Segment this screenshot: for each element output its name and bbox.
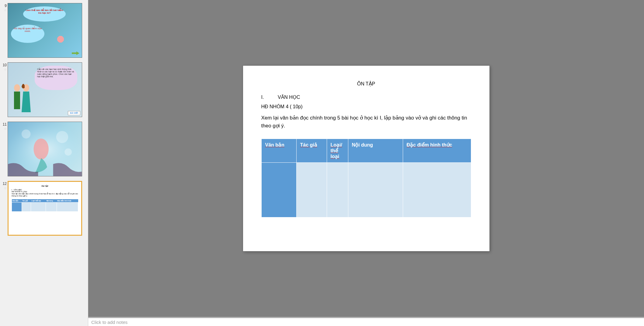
table-header-cell[interactable]: Loại/ thể loại	[327, 139, 348, 163]
speech-cloud: Làm thế nào để làm tốt bài kiểm tra học …	[23, 6, 66, 22]
svg-point-0	[14, 84, 20, 92]
table-cell[interactable]	[327, 163, 348, 217]
thumbnail-slide-10[interactable]: 10 ☆ Cảm ơn các bạn học sinh thông thái.…	[0, 61, 88, 119]
star-icon: ☆	[4, 127, 7, 130]
slide-number-label: 10 ☆	[2, 62, 8, 117]
svg-point-6	[64, 148, 72, 156]
star-icon: ☆	[4, 9, 7, 12]
speech-cloud: HS bày tỏ quan điểm của mình.	[11, 25, 44, 43]
main-editor-area: ÔN TẬP I. VĂN HỌC HĐ NHÓM 4 ( 10p) Xem l…	[88, 0, 644, 326]
table-header-row[interactable]: Văn bản Tác giả Loại/ thể loại Nội dung …	[261, 139, 471, 163]
svg-point-5	[56, 131, 68, 143]
table-header-cell[interactable]: Đặc điểm hình thức	[403, 139, 471, 163]
table-header-cell[interactable]: Nội dung	[348, 139, 403, 163]
slide-number-label: 9 ☆	[2, 3, 8, 58]
next-lesson-button: BÀI MỚI	[68, 111, 80, 115]
thumbnails-panel[interactable]: 9 ☆ Làm thế nào để làm tốt bài kiểm tra …	[0, 0, 88, 326]
svg-point-4	[22, 130, 31, 139]
mini-slide-title: ÔN TẬP	[12, 185, 78, 187]
mermaid-image	[48, 27, 73, 51]
speech-cloud: Cảm ơn các bạn học sinh thông thái. Nhờ …	[35, 66, 77, 90]
table-cell[interactable]	[348, 163, 403, 217]
slide-canvas[interactable]: ÔN TẬP I. VĂN HỌC HĐ NHÓM 4 ( 10p) Xem l…	[243, 66, 489, 251]
star-icon: ☆	[4, 186, 7, 190]
mermaid-underwater-image	[8, 122, 82, 176]
table-header-cell[interactable]: Văn bản	[261, 139, 296, 163]
thumbnail-preview[interactable]	[8, 122, 82, 176]
mini-table: Văn bản Tác giả Loại/ thể loại Nội dung …	[12, 199, 78, 212]
slide-subtitle[interactable]: HĐ NHÓM 4 ( 10p)	[261, 104, 471, 109]
star-icon: ☆	[4, 68, 7, 71]
characters-image	[9, 79, 34, 115]
notes-placeholder[interactable]: Click to add notes	[91, 320, 127, 325]
slide-table[interactable]: Văn bản Tác giả Loại/ thể loại Nội dung …	[261, 139, 471, 217]
thumbnail-slide-12[interactable]: 12 ☆ ÔN TẬP I. VĂN HỌC HĐ NHÓM 4 ( 10p) …	[0, 179, 88, 237]
table-cell[interactable]	[261, 163, 296, 217]
prince-princess-icon	[9, 79, 34, 115]
thumbnail-preview[interactable]: Cảm ơn các bạn học sinh thông thái. Nhờ …	[8, 62, 82, 117]
slide-viewport[interactable]: ÔN TẬP I. VĂN HỌC HĐ NHÓM 4 ( 10p) Xem l…	[88, 0, 644, 317]
section-heading[interactable]: I. VĂN HỌC	[261, 94, 471, 102]
svg-point-3	[33, 138, 48, 159]
table-cell[interactable]	[403, 163, 471, 217]
thumbnail-preview-selected[interactable]: ÔN TẬP I. VĂN HỌC HĐ NHÓM 4 ( 10p) Xem l…	[8, 181, 82, 236]
thumbnail-slide-11[interactable]: 11 ☆	[0, 120, 88, 178]
table-header-cell[interactable]: Tác giả	[296, 139, 327, 163]
slide-number-label: 11 ☆	[2, 122, 8, 176]
table-cell[interactable]	[296, 163, 327, 217]
mini-section: I. VĂN HỌC	[12, 189, 78, 191]
slide-number-label: 12 ☆	[2, 181, 8, 236]
thumbnail-slide-9[interactable]: 9 ☆ Làm thế nào để làm tốt bài kiểm tra …	[0, 2, 88, 59]
slide-title[interactable]: ÔN TẬP	[261, 81, 471, 87]
table-row[interactable]	[261, 163, 471, 217]
section-number: I.	[261, 95, 277, 100]
notes-pane[interactable]: Click to add notes	[88, 317, 644, 326]
slide-body-text[interactable]: Xem lại văn bản đọc chính trong 5 bài họ…	[261, 114, 471, 130]
section-label: VĂN HỌC	[278, 94, 300, 100]
arrow-right-icon	[72, 51, 79, 55]
mini-body-text: Xem lại văn bản đọc chính trong 5 bài họ…	[12, 192, 78, 197]
thumbnail-preview[interactable]: Làm thế nào để làm tốt bài kiểm tra học …	[8, 3, 82, 58]
